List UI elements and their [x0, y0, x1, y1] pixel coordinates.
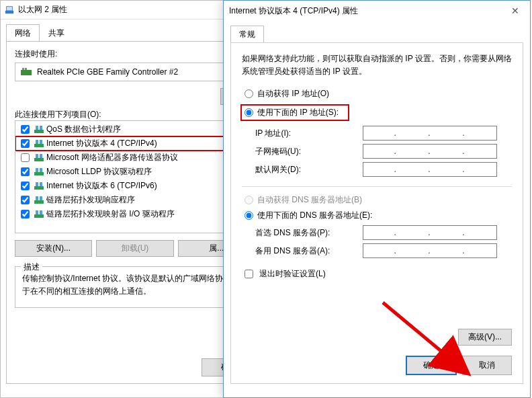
svg-rect-7: [40, 126, 42, 130]
svg-rect-15: [36, 168, 38, 172]
uninstall-button[interactable]: 卸载(U): [96, 240, 173, 257]
svg-rect-8: [34, 144, 44, 147]
item-checkbox[interactable]: [21, 153, 30, 162]
items-label: 此连接使用下列项目(O):: [15, 109, 255, 120]
svg-rect-6: [36, 126, 38, 130]
svg-rect-9: [36, 140, 38, 144]
install-button[interactable]: 安装(N)...: [15, 240, 92, 257]
description-box: 描述 传输控制协议/Internet 协议。该协议是默认的广域网络协议，用于在不…: [15, 266, 255, 308]
radio-manual-ip[interactable]: 使用下面的 IP 地址(S):: [242, 106, 348, 120]
list-item[interactable]: 链路层拓扑发现响应程序: [15, 193, 255, 207]
network-adapter-icon: [5, 5, 14, 15]
items-list[interactable]: QoS 数据包计划程序Internet 协议版本 4 (TCP/IPv4)Mic…: [15, 120, 255, 233]
subnet-input[interactable]: ...: [363, 144, 497, 159]
ok-button[interactable]: 确定: [406, 356, 457, 375]
svg-rect-18: [36, 182, 38, 186]
ip-input[interactable]: ...: [363, 126, 497, 141]
dns2-label: 备用 DNS 服务器(A):: [255, 245, 363, 257]
radio-auto-ip-label: 自动获得 IP 地址(O): [257, 88, 329, 100]
item-label: Internet 协议版本 6 (TCP/IPv6): [46, 180, 252, 192]
tab-general[interactable]: 常规: [230, 26, 264, 43]
svg-rect-17: [34, 186, 44, 190]
radio-auto-dns-input: [245, 196, 253, 204]
list-item[interactable]: 链路层拓扑发现映射器 I/O 驱动程序: [15, 207, 255, 221]
tab-network[interactable]: 网络: [6, 24, 40, 42]
protocol-icon: [34, 154, 44, 162]
protocol-icon: [34, 182, 44, 190]
svg-rect-21: [36, 196, 38, 200]
subnet-label: 子网掩码(U):: [255, 146, 363, 157]
svg-rect-16: [40, 168, 42, 172]
adapter-name: Realtek PCIe GBE Family Controller #2: [37, 67, 178, 77]
gateway-label: 默认网关(D):: [255, 164, 363, 175]
item-label: QoS 数据包计划程序: [46, 124, 252, 135]
dns2-input[interactable]: ...: [363, 243, 497, 258]
radio-manual-dns-label: 使用下面的 DNS 服务器地址(E):: [257, 210, 372, 221]
adapter-box: Realtek PCIe GBE Family Controller #2: [15, 63, 255, 81]
dns1-input[interactable]: ...: [363, 225, 497, 240]
svg-rect-22: [40, 196, 42, 200]
svg-rect-13: [40, 154, 42, 158]
svg-rect-5: [34, 130, 44, 133]
item-checkbox[interactable]: [21, 125, 30, 134]
list-item[interactable]: QoS 数据包计划程序: [15, 122, 255, 136]
item-checkbox[interactable]: [21, 196, 30, 204]
item-checkbox[interactable]: [21, 182, 30, 190]
item-checkbox[interactable]: [21, 210, 30, 218]
protocol-icon: [34, 140, 44, 148]
window-title: Internet 协议版本 4 (TCP/IPv4) 属性: [229, 5, 358, 17]
validate-checkbox[interactable]: [245, 270, 253, 278]
svg-rect-10: [40, 140, 42, 144]
validate-row[interactable]: 退出时验证设置(L): [242, 268, 512, 280]
dns1-label: 首选 DNS 服务器(P):: [255, 227, 363, 239]
list-item[interactable]: Microsoft LLDP 协议驱动程序: [15, 165, 255, 179]
radio-manual-dns-input[interactable]: [245, 211, 253, 220]
svg-rect-4: [25, 68, 27, 70]
description-legend: 描述: [21, 262, 42, 273]
adapter-icon: [21, 68, 32, 76]
general-panel: 如果网络支持此功能，则可以获取自动指派的 IP 设置。否则，你需要从网络系统管理…: [230, 42, 523, 384]
item-label: 链路层拓扑发现映射器 I/O 驱动程序: [46, 208, 252, 220]
item-label: Internet 协议版本 4 (TCP/IPv4): [46, 138, 252, 149]
list-item[interactable]: Internet 协议版本 4 (TCP/IPv4): [15, 136, 255, 151]
connect-using-label: 连接时使用:: [15, 48, 255, 60]
svg-rect-25: [40, 210, 42, 214]
radio-auto-dns: 自动获得 DNS 服务器地址(B): [242, 194, 512, 206]
info-text: 如果网络支持此功能，则可以获取自动指派的 IP 设置。否则，你需要从网络系统管理…: [242, 52, 512, 78]
ip-label: IP 地址(I):: [255, 128, 363, 139]
window-title: 以太网 2 属性: [18, 4, 67, 15]
separator: [242, 186, 512, 187]
protocol-icon: [34, 168, 44, 176]
svg-rect-11: [34, 158, 44, 161]
svg-rect-23: [34, 214, 44, 218]
svg-rect-0: [5, 10, 13, 13]
item-checkbox[interactable]: [21, 167, 30, 176]
radio-manual-ip-input[interactable]: [245, 108, 253, 117]
item-label: Microsoft LLDP 协议驱动程序: [46, 166, 252, 177]
protocol-icon: [34, 210, 44, 218]
radio-manual-ip-label: 使用下面的 IP 地址(S):: [257, 107, 339, 118]
item-label: 链路层拓扑发现响应程序: [46, 194, 252, 206]
protocol-icon: [34, 126, 44, 134]
svg-rect-2: [21, 70, 32, 75]
tab-share[interactable]: 共享: [40, 24, 73, 42]
list-item[interactable]: Microsoft 网络适配器多路传送器协议: [15, 151, 255, 165]
radio-auto-ip-input[interactable]: [245, 89, 253, 98]
gateway-input[interactable]: ...: [363, 162, 497, 177]
radio-auto-dns-label: 自动获得 DNS 服务器地址(B): [257, 194, 362, 206]
radio-manual-dns[interactable]: 使用下面的 DNS 服务器地址(E):: [242, 209, 512, 222]
advanced-button[interactable]: 高级(V)...: [458, 329, 512, 346]
ipv4-properties-window: Internet 协议版本 4 (TCP/IPv4) 属性 ✕ 常规 如果网络支…: [223, 0, 531, 398]
cancel-button[interactable]: 取消: [462, 356, 512, 375]
item-label: Microsoft 网络适配器多路传送器协议: [46, 152, 252, 163]
svg-rect-3: [22, 68, 24, 70]
close-icon[interactable]: ✕: [506, 4, 525, 17]
titlebar: Internet 协议版本 4 (TCP/IPv4) 属性 ✕: [224, 1, 530, 21]
description-text: 传输控制协议/Internet 协议。该协议是默认的广域网络协议，用于在不同的相…: [22, 272, 248, 298]
validate-label: 退出时验证设置(L): [259, 268, 326, 280]
svg-rect-24: [36, 210, 38, 214]
svg-rect-19: [40, 182, 42, 186]
item-checkbox[interactable]: [21, 139, 30, 148]
list-item[interactable]: Internet 协议版本 6 (TCP/IPv6): [15, 179, 255, 193]
radio-auto-ip[interactable]: 自动获得 IP 地址(O): [242, 87, 512, 100]
